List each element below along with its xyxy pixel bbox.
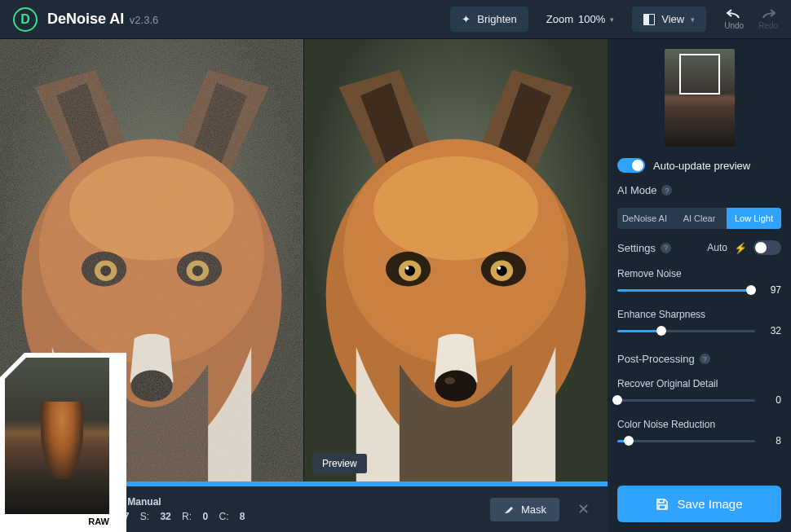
svg-point-5 [69, 156, 234, 261]
view-label: View [661, 13, 684, 25]
after-image: Preview [303, 39, 608, 481]
slider-label: Color Noise Reduction [617, 419, 781, 430]
mode-ai-clear[interactable]: AI Clear [672, 208, 727, 229]
auto-update-toggle[interactable] [617, 158, 645, 173]
brighten-icon: ✦ [462, 13, 471, 25]
undo-label: Undo [724, 21, 744, 30]
svg-point-26 [444, 377, 455, 385]
mode-low-light[interactable]: Low Light [727, 208, 781, 229]
zoom-control[interactable]: Zoom 100% ▾ [538, 7, 622, 32]
svg-point-16 [373, 156, 538, 261]
slider-track[interactable] [617, 330, 755, 332]
slider-label: Recover Original Detail [617, 378, 781, 389]
bolt-icon: ⚡ [734, 242, 747, 254]
mask-label: Mask [521, 503, 546, 516]
post-processing-title: Post-Processing ? [617, 353, 781, 365]
undo-icon [726, 8, 742, 20]
settings-title: Settings [617, 242, 656, 254]
view-button[interactable]: View ▾ [632, 7, 706, 32]
slider-track[interactable] [617, 399, 755, 402]
close-button[interactable]: ✕ [572, 500, 594, 518]
slider-value: 97 [763, 284, 781, 296]
slider-value: 8 [763, 435, 781, 446]
enhance-sharpness-slider: Enhance Sharpness 32 [617, 309, 781, 336]
redo-label: Redo [758, 21, 778, 30]
recover-detail-slider: Recover Original Detail 0 [617, 378, 781, 406]
app-name: DeNoise AI [47, 11, 124, 27]
app-logo: D [13, 7, 38, 32]
navigator-thumbnail[interactable] [665, 49, 735, 147]
svg-point-11 [192, 266, 203, 276]
remove-noise-slider: Remove Noise 97 [617, 268, 781, 296]
zoom-value: 100% [578, 13, 605, 25]
svg-point-12 [130, 370, 172, 401]
help-icon[interactable]: ? [661, 185, 672, 196]
redo-button[interactable]: Redo [758, 8, 778, 30]
ai-mode-title: AI Mode ? [617, 184, 781, 196]
split-view-icon [643, 14, 655, 25]
auto-label: Auto [707, 242, 727, 253]
help-icon[interactable]: ? [661, 243, 671, 253]
save-image-button[interactable]: Save Image [617, 486, 781, 522]
raw-thumbnail[interactable]: RAW [0, 353, 118, 532]
sidebar: Auto-update preview AI Mode ? DeNoise AI… [608, 39, 791, 532]
navigator-viewport[interactable] [679, 54, 720, 95]
save-label: Save Image [677, 497, 742, 511]
redo-icon [760, 8, 776, 20]
raw-badge: RAW [82, 514, 115, 529]
zoom-label: Zoom [546, 13, 573, 25]
mask-button[interactable]: Mask [490, 498, 559, 521]
slider-track[interactable] [617, 289, 755, 292]
slider-label: Enhance Sharpness [617, 309, 781, 320]
auto-settings-toggle[interactable] [753, 240, 781, 255]
help-icon[interactable]: ? [700, 354, 710, 364]
chevron-down-icon: ▾ [610, 15, 614, 24]
save-icon [656, 498, 669, 511]
auto-update-label: Auto-update preview [653, 160, 750, 172]
preview-chip: Preview [312, 454, 367, 473]
svg-point-23 [405, 266, 409, 270]
brighten-label: Brighten [477, 13, 516, 25]
app-version: v2.3.6 [130, 14, 158, 26]
color-noise-slider: Color Noise Reduction 8 [617, 419, 781, 446]
brush-icon [503, 503, 515, 515]
slider-value: 32 [763, 325, 781, 336]
svg-point-10 [100, 266, 111, 276]
topbar: D DeNoise AI v2.3.6 ✦ Brighten Zoom 100%… [0, 0, 791, 39]
slider-value: 0 [763, 394, 781, 406]
mode-denoise-ai[interactable]: DeNoise AI [617, 208, 672, 229]
svg-point-24 [497, 266, 501, 270]
slider-label: Remove Noise [617, 268, 781, 279]
chevron-down-icon: ▾ [691, 15, 695, 24]
svg-point-25 [435, 370, 476, 401]
undo-button[interactable]: Undo [724, 8, 744, 30]
auto-update-row: Auto-update preview [617, 158, 781, 173]
brighten-button[interactable]: ✦ Brighten [450, 7, 528, 32]
ai-mode-segmented: DeNoise AI AI Clear Low Light [617, 208, 781, 229]
settings-header: Settings ? Auto ⚡ [617, 240, 781, 255]
app-title-group: DeNoise AI v2.3.6 [47, 11, 158, 28]
svg-rect-1 [644, 15, 649, 24]
slider-track[interactable] [617, 440, 755, 442]
